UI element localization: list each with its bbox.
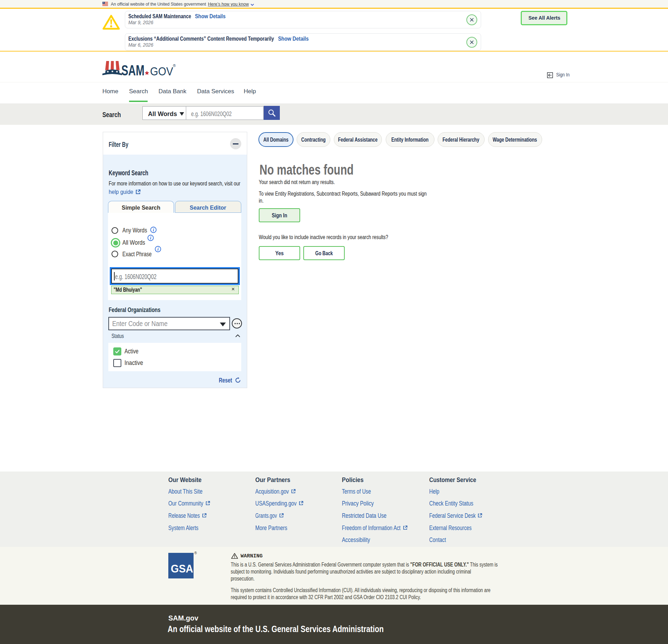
svg-text:i: i [157, 246, 159, 252]
svg-text:GOV: GOV [150, 65, 173, 78]
svg-text:SAM: SAM [121, 62, 144, 79]
svg-text:®: ® [173, 63, 176, 68]
svg-text:i: i [153, 227, 154, 232]
svg-text:i: i [150, 235, 151, 240]
